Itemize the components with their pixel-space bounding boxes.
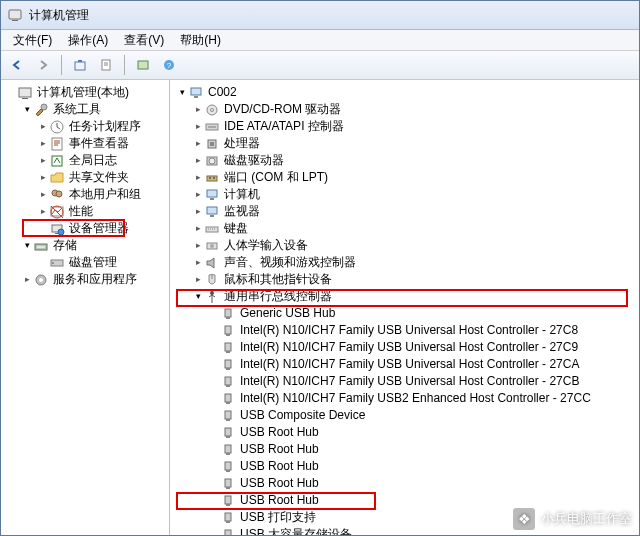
tree-node[interactable]: USB Root Hub (172, 458, 639, 475)
expand-collapse-icon[interactable]: ▸ (37, 152, 49, 169)
tree-node[interactable]: ▸人体学输入设备 (172, 237, 639, 254)
tree-node[interactable]: ▸处理器 (172, 135, 639, 152)
svg-point-48 (210, 244, 214, 248)
tree-node-label: 系统工具 (51, 101, 103, 118)
tree-node[interactable]: Intel(R) N10/ICH7 Family USB2 Enhanced H… (172, 390, 639, 407)
tree-node[interactable]: ▸端口 (COM 和 LPT) (172, 169, 639, 186)
tools-icon (33, 102, 49, 118)
svg-point-38 (209, 158, 215, 164)
tree-node[interactable]: ▸磁盘驱动器 (172, 152, 639, 169)
expand-collapse-icon[interactable]: ▾ (21, 101, 33, 118)
svg-point-26 (52, 262, 54, 264)
expand-collapse-icon[interactable]: ▸ (192, 118, 204, 135)
expand-collapse-icon[interactable]: ▸ (37, 186, 49, 203)
tree-node[interactable]: ▸声音、视频和游戏控制器 (172, 254, 639, 271)
tree-node[interactable]: Intel(R) N10/ICH7 Family USB Universal H… (172, 373, 639, 390)
tree-node-label: DVD/CD-ROM 驱动器 (222, 101, 343, 118)
tree-node[interactable]: ▾存储 (1, 237, 169, 254)
tree-node[interactable]: USB 打印支持 (172, 509, 639, 526)
svg-rect-11 (22, 98, 28, 99)
expand-collapse-icon[interactable]: ▸ (192, 101, 204, 118)
tree-node[interactable]: ▸全局日志 (1, 152, 169, 169)
expand-collapse-icon[interactable]: ▾ (176, 84, 188, 101)
perf-icon (49, 204, 65, 220)
right-tree-pane[interactable]: ▾C002▸DVD/CD-ROM 驱动器▸IDE ATA/ATAPI 控制器▸处… (170, 80, 639, 535)
tree-node[interactable]: ▾通用串行总线控制器 (172, 288, 639, 305)
tree-node[interactable]: USB Root Hub (172, 475, 639, 492)
tree-node[interactable]: Generic USB Hub (172, 305, 639, 322)
tree-node[interactable]: ▸本地用户和组 (1, 186, 169, 203)
expand-collapse-icon[interactable]: ▸ (192, 152, 204, 169)
tree-node[interactable]: Intel(R) N10/ICH7 Family USB Universal H… (172, 339, 639, 356)
svg-point-28 (39, 278, 43, 282)
svg-rect-74 (225, 513, 231, 521)
svg-point-22 (58, 229, 64, 235)
tree-node[interactable]: ▾C002 (172, 84, 639, 101)
tree-node[interactable]: Intel(R) N10/ICH7 Family USB Universal H… (172, 322, 639, 339)
tree-node[interactable]: ▸监视器 (172, 203, 639, 220)
tree-node-label: 计算机管理(本地) (35, 84, 131, 101)
expand-collapse-icon[interactable]: ▸ (37, 203, 49, 220)
tree-node-label: USB Root Hub (238, 492, 321, 509)
expand-collapse-icon[interactable]: ▸ (192, 271, 204, 288)
dvd-icon (204, 102, 220, 118)
expand-collapse-icon[interactable]: ▸ (192, 254, 204, 271)
tree-node[interactable]: ▸共享文件夹 (1, 169, 169, 186)
svg-point-41 (213, 177, 215, 179)
expand-collapse-icon[interactable]: ▸ (192, 220, 204, 237)
tree-node[interactable]: ▾系统工具 (1, 101, 169, 118)
tree-node[interactable]: ▸事件查看器 (1, 135, 169, 152)
expand-collapse-icon[interactable]: ▾ (192, 288, 204, 305)
expand-collapse-icon[interactable]: ▸ (192, 203, 204, 220)
properties-button[interactable] (94, 53, 118, 77)
tree-node[interactable]: Intel(R) N10/ICH7 Family USB Universal H… (172, 356, 639, 373)
back-button[interactable] (5, 53, 29, 77)
tree-node[interactable]: USB Composite Device (172, 407, 639, 424)
tree-node[interactable]: 设备管理器 (1, 220, 169, 237)
tree-node[interactable]: 磁盘管理 (1, 254, 169, 271)
svg-rect-54 (225, 343, 231, 351)
help-button[interactable]: ? (157, 53, 181, 77)
tree-node-label: 设备管理器 (67, 220, 131, 237)
svg-rect-44 (207, 207, 217, 214)
tree-node[interactable]: ▸性能 (1, 203, 169, 220)
expand-collapse-icon[interactable]: ▸ (37, 169, 49, 186)
tree-node[interactable]: USB 大容量存储设备 (172, 526, 639, 535)
left-tree-pane[interactable]: 计算机管理(本地)▾系统工具▸任务计划程序▸事件查看器▸全局日志▸共享文件夹▸本… (1, 80, 170, 535)
tree-node[interactable]: ▸IDE ATA/ATAPI 控制器 (172, 118, 639, 135)
content-area: 计算机管理(本地)▾系统工具▸任务计划程序▸事件查看器▸全局日志▸共享文件夹▸本… (1, 80, 639, 535)
svg-rect-56 (225, 360, 231, 368)
expand-collapse-icon[interactable]: ▸ (37, 135, 49, 152)
tree-node[interactable]: ▸计算机 (172, 186, 639, 203)
expand-collapse-icon[interactable]: ▸ (37, 118, 49, 135)
expand-collapse-icon[interactable]: ▸ (21, 271, 33, 288)
tree-node[interactable]: ▸键盘 (172, 220, 639, 237)
refresh-button[interactable] (131, 53, 155, 77)
tree-node[interactable]: ▸任务计划程序 (1, 118, 169, 135)
menu-item[interactable]: 文件(F) (5, 31, 60, 50)
expand-collapse-icon[interactable]: ▾ (21, 237, 33, 254)
svg-rect-50 (225, 309, 231, 317)
tree-node[interactable]: ▸DVD/CD-ROM 驱动器 (172, 101, 639, 118)
window-title: 计算机管理 (29, 7, 89, 24)
svg-rect-24 (37, 246, 45, 248)
svg-rect-30 (194, 96, 198, 98)
tree-node-label: 声音、视频和游戏控制器 (222, 254, 358, 271)
tree-node[interactable]: ▸鼠标和其他指针设备 (172, 271, 639, 288)
tree-node[interactable]: ▸服务和应用程序 (1, 271, 169, 288)
up-button[interactable] (68, 53, 92, 77)
expand-collapse-icon[interactable]: ▸ (192, 135, 204, 152)
tree-node-label: Intel(R) N10/ICH7 Family USB Universal H… (238, 339, 580, 356)
usbdev-icon (220, 391, 236, 407)
menu-item[interactable]: 操作(A) (60, 31, 116, 50)
menu-item[interactable]: 查看(V) (116, 31, 172, 50)
tree-node[interactable]: 计算机管理(本地) (1, 84, 169, 101)
tree-node[interactable]: USB Root Hub (172, 424, 639, 441)
tree-node[interactable]: USB Root Hub (172, 441, 639, 458)
expand-collapse-icon[interactable]: ▸ (192, 237, 204, 254)
expand-collapse-icon[interactable]: ▸ (192, 169, 204, 186)
tree-node[interactable]: USB Root Hub (172, 492, 639, 509)
expand-collapse-icon[interactable]: ▸ (192, 186, 204, 203)
menu-item[interactable]: 帮助(H) (172, 31, 229, 50)
forward-button[interactable] (31, 53, 55, 77)
